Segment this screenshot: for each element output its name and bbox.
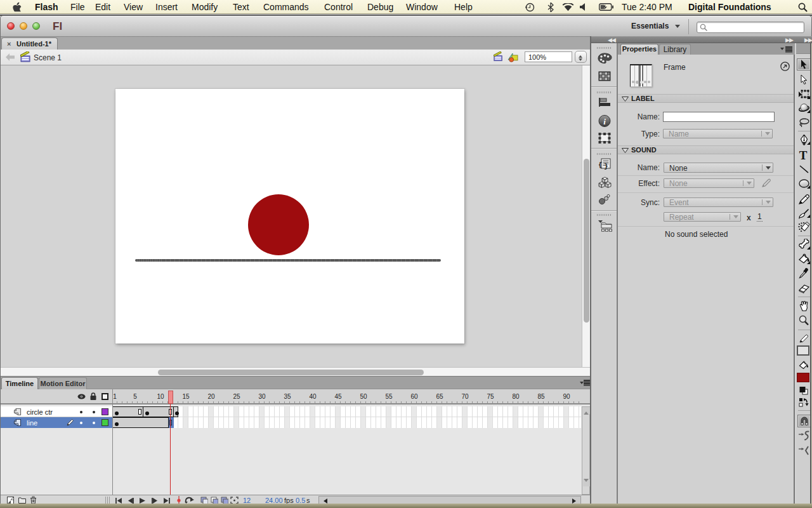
svg-text:{: { <box>598 161 603 169</box>
svg-text:}: } <box>604 163 608 170</box>
svg-text:i: i <box>603 117 606 126</box>
